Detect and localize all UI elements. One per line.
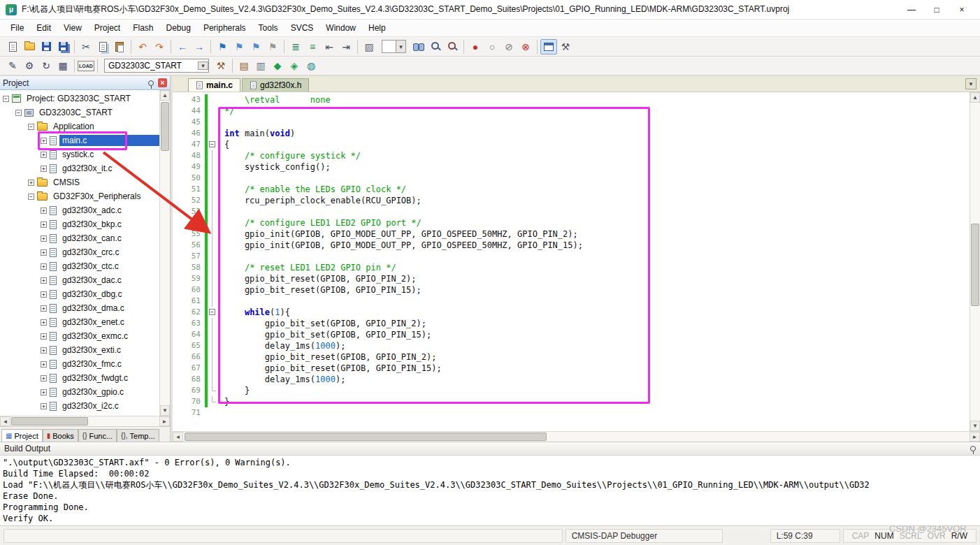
menu-item-help[interactable]: Help [362,21,392,35]
cut-icon[interactable]: ✂ [78,39,94,54]
tree-expander-icon[interactable]: − [15,110,22,116]
scroll-up-icon[interactable]: ▲ [970,92,980,103]
scroll-up-icon[interactable]: ▲ [160,90,170,101]
editor-vscrollbar[interactable]: ▲ ▼ [970,92,980,431]
code-line-67[interactable]: 67 gpio_bit_reset(GPIOB, GPIO_PIN_15); [173,363,970,374]
tree-item-gd32f30x-bkp-c[interactable]: +gd32f30x_bkp.c [0,217,159,231]
panel-tab-books[interactable]: ▮Books [43,429,78,442]
minimize-button[interactable]: — [899,2,924,17]
code-line-61[interactable]: 61 [173,296,970,307]
editor-tab-gd32f30x-h[interactable]: gd32f30x.h [242,78,309,92]
code-line-57[interactable]: 57 [173,251,970,262]
panel-tab-temp[interactable]: {},Temp... [117,429,159,442]
redo-icon[interactable]: ↷ [151,39,168,54]
tree-expander-icon[interactable]: + [41,319,47,326]
tree-item-gd32303c-start[interactable]: −GD32303C_START [0,106,159,119]
open-folder-icon[interactable] [21,39,38,54]
code-line-68[interactable]: 68 delay_1ms(1000); [173,374,970,385]
breakpoints-disable-all-icon[interactable]: ⊘ [500,39,517,54]
code-line-71[interactable]: 71 [173,407,970,419]
menu-item-project[interactable]: Project [88,21,127,35]
scroll-track[interactable] [183,432,970,442]
menu-item-file[interactable]: File [4,21,30,35]
menu-item-tools[interactable]: Tools [252,21,284,35]
tree-expander-icon[interactable]: + [41,263,47,270]
code-line-62[interactable]: 62− while(1){ [173,307,970,318]
scroll-track[interactable] [160,101,170,405]
code-line-59[interactable]: 59 gpio_bit_reset(GPIOB, GPIO_PIN_2); [173,273,970,284]
tree-item-application[interactable]: −Application [0,119,159,133]
debug-windows-icon[interactable] [540,39,557,54]
tree-expander-icon[interactable]: + [41,347,47,354]
code-line-55[interactable]: 55 gpio_init(GPIOB, GPIO_MODE_OUT_PP, GP… [173,228,970,240]
panel-tab-func[interactable]: {}Func... [78,429,117,442]
navigate-back-icon[interactable]: ← [174,39,191,54]
tree-item-gd32f30x-ctc-c[interactable]: +gd32f30x_ctc.c [0,259,159,273]
tree-expander-icon[interactable]: + [41,389,47,395]
project-tree-vscrollbar[interactable]: ▲ ▼ [159,90,170,416]
tree-expander-icon[interactable]: − [28,124,34,130]
options-for-target-icon[interactable]: ⚒ [212,58,229,73]
code-line-56[interactable]: 56 gpio_init(GPIOB, GPIO_MODE_OUT_PP, GP… [173,240,970,251]
tree-item-gd32f30x-dma-c[interactable]: +gd32f30x_dma.c [0,301,159,315]
breakpoint-insert-icon[interactable]: ● [467,39,484,54]
scroll-left-icon[interactable]: ◄ [0,416,10,426]
tree-expander-icon[interactable]: − [28,194,34,200]
translate-file-icon[interactable]: ✎ [4,58,21,73]
tree-item-gd32f30x-crc-c[interactable]: +gd32f30x_crc.c [0,245,159,259]
tree-item-gd32f30x-exmc-c[interactable]: +gd32f30x_exmc.c [0,329,159,343]
breakpoints-kill-all-icon[interactable]: ⊗ [517,39,534,54]
tree-expander-icon[interactable]: + [41,166,47,172]
code-line-69[interactable]: 69 } [173,385,970,396]
code-line-47[interactable]: 47−{ [173,139,970,150]
rebuild-all-icon[interactable]: ↻ [38,58,55,73]
bookmark-previous-icon[interactable]: ⚑ [231,39,247,54]
menu-item-peripherals[interactable]: Peripherals [197,21,252,35]
tree-item-systick-c[interactable]: +systick.c [0,147,159,161]
code-area[interactable]: 43 \retval none44*/4546int main(void)47−… [173,92,970,431]
editor-tab-main-c[interactable]: main.c [188,78,240,92]
manage-books-icon[interactable]: ▥ [252,58,269,73]
tree-expander-icon[interactable]: + [41,305,47,312]
indent-right-icon[interactable]: ⇥ [338,39,354,54]
navigate-forward-icon[interactable]: → [191,39,208,54]
menu-item-edit[interactable]: Edit [30,21,57,35]
code-line-46[interactable]: 46int main(void) [173,128,970,139]
code-line-49[interactable]: 49 systick_config(); [173,161,970,173]
scroll-thumb[interactable] [971,224,979,306]
dropdown-arrow-icon[interactable]: ▾ [396,40,406,53]
scroll-thumb[interactable] [185,433,547,441]
scroll-thumb[interactable] [11,417,88,426]
tree-item-main-c[interactable]: +main.c [0,133,159,147]
code-line-48[interactable]: 48 /* configure systick */ [173,150,970,161]
code-line-63[interactable]: 63 gpio_bit_set(GPIOB, GPIO_PIN_2); [173,318,970,329]
tree-item-cmsis[interactable]: +CMSIS [0,175,159,189]
save-icon[interactable] [38,39,55,54]
incremental-find-icon[interactable] [444,39,461,54]
tree-item-gd32f30x-can-c[interactable]: +gd32f30x_can.c [0,231,159,245]
scroll-thumb[interactable] [161,102,169,151]
tree-item-gd32f30x-peripherals[interactable]: −GD32F30x_Peripherals [0,189,159,203]
comment-selection-icon[interactable]: ≣ [287,39,304,54]
bookmark-next-icon[interactable]: ⚑ [247,39,264,54]
configuration-wrench-icon[interactable]: ⚒ [557,39,574,54]
find-icon[interactable] [427,39,444,54]
bookmark-clear-all-icon[interactable]: ⚑ [264,39,281,54]
paste-icon[interactable] [111,39,128,54]
code-line-64[interactable]: 64 gpio_bit_set(GPIOB, GPIO_PIN_15); [173,329,970,340]
code-line-51[interactable]: 51 /* enable the LEDs GPIO clock */ [173,184,970,195]
tree-expander-icon[interactable]: + [41,375,47,382]
tree-item-gd32f30x-dbg-c[interactable]: +gd32f30x_dbg.c [0,287,159,301]
scroll-down-icon[interactable]: ▼ [160,405,170,416]
tree-item-gd32f30x-exti-c[interactable]: +gd32f30x_exti.c [0,343,159,357]
code-line-70[interactable]: 70} [173,396,970,407]
undo-icon[interactable]: ↶ [134,39,151,54]
build-output-pin-icon[interactable] [970,446,976,451]
pin-icon[interactable] [148,80,154,86]
build-icon[interactable]: ⚙ [21,58,38,73]
tree-expander-icon[interactable]: + [41,138,47,144]
tab-list-dropdown-icon[interactable]: ▼ [965,78,977,89]
tree-expander-icon[interactable]: + [41,208,47,214]
menu-item-window[interactable]: Window [319,21,362,35]
breakpoint-enable-icon[interactable]: ○ [484,39,500,54]
